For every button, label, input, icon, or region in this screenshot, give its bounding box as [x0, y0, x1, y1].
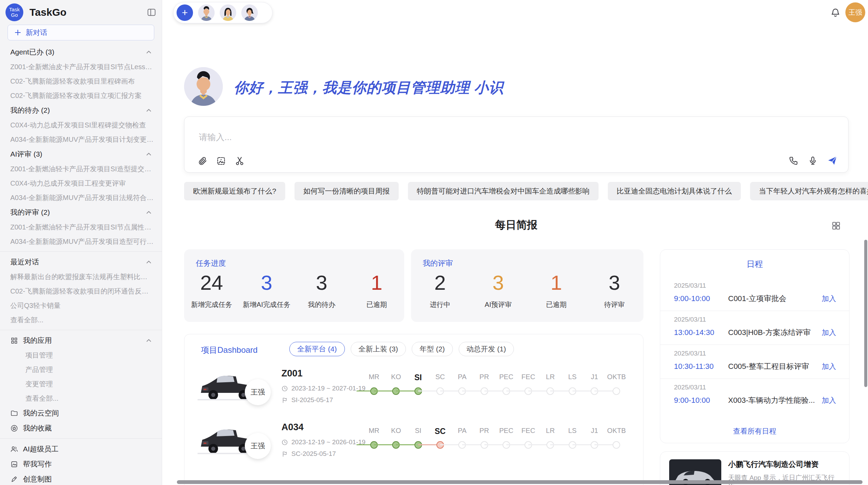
- sidebar-app-item[interactable]: 产品管理: [0, 362, 162, 377]
- milestone-label: KO: [391, 427, 401, 435]
- schedule-meeting-title: X003-车辆动力学性能验...: [728, 395, 822, 406]
- new-chat-label: 新对话: [26, 28, 47, 37]
- sidebar-recent-item[interactable]: 解释最新出台的欧盟报废车法规再生塑料比例被调至15%...: [0, 270, 162, 284]
- chevron-up-icon[interactable]: [145, 48, 153, 56]
- add-contact-button[interactable]: +: [177, 4, 193, 21]
- milestone-label: PA: [458, 373, 467, 381]
- milestone-label: LS: [568, 427, 576, 435]
- schedule-row: 10:30-11:30C005-整车工程目标评审加入: [674, 361, 836, 372]
- apps-grid-icon: [10, 337, 18, 345]
- image-icon[interactable]: [216, 156, 226, 166]
- project-owner-badge: 王强: [245, 433, 271, 459]
- avatar-contact-2[interactable]: [220, 4, 236, 21]
- milestone-dot[interactable]: [613, 441, 620, 449]
- schedule-time: 9:00-10:00: [674, 294, 728, 303]
- sidebar-item-tool-1[interactable]: 帮我写作: [0, 457, 162, 472]
- chevron-up-icon[interactable]: [145, 107, 153, 114]
- sidebar-task-item[interactable]: Z001-全新燃油皮卡产品开发项目SI节点Lesson Learn报告: [0, 60, 162, 74]
- phone-icon[interactable]: [788, 155, 799, 166]
- dashboard-tab-1[interactable]: 全新上装 (3): [351, 342, 406, 356]
- sidebar-section-0[interactable]: Agent已办 (3): [0, 45, 162, 60]
- sidebar-task-item[interactable]: A034-全新新能源MUV产品开发项目计划变更表编写: [0, 132, 162, 147]
- schedule-time: 9:00-10:00: [674, 396, 728, 405]
- sidebar-section-3[interactable]: 我的评审 (2): [0, 205, 162, 220]
- join-link[interactable]: 加入: [822, 294, 836, 303]
- milestone-dot[interactable]: [613, 387, 620, 395]
- stat-value: 24: [200, 272, 223, 294]
- project-milestones: MRKOSISCPAPRPECFECLRLSJ1OKTB: [363, 421, 637, 472]
- sidebar-app-item[interactable]: 变更管理: [0, 377, 162, 391]
- sidebar-section-2[interactable]: AI评审 (3): [0, 147, 162, 162]
- sidebar-task-item[interactable]: A034-全新新能源MUV产品开发项目法规符合性评审: [0, 190, 162, 205]
- bell-icon[interactable]: [830, 7, 841, 18]
- sidebar-collapse-icon[interactable]: [147, 8, 156, 17]
- stat-label: 我的待办: [308, 300, 335, 309]
- sidebar-section-recent[interactable]: 最近对话: [0, 254, 162, 270]
- milestone-label: PEC: [499, 427, 513, 435]
- dashboard-tab-2[interactable]: 年型 (2): [412, 342, 453, 356]
- sidebar-item-tool-2[interactable]: 创意制图: [0, 472, 162, 485]
- user-avatar[interactable]: 王强: [845, 2, 865, 22]
- clock-icon: [281, 439, 288, 446]
- sidebar-section-1[interactable]: 我的待办 (2): [0, 103, 162, 118]
- schedule-title: 日程: [660, 259, 849, 270]
- chevron-up-icon[interactable]: [145, 258, 153, 266]
- sidebar-task-item[interactable]: C02-飞腾新能源轻客改款项目里程碑画布: [0, 74, 162, 88]
- star-badge-icon: [10, 424, 18, 432]
- sidebar-recent-item[interactable]: 公司Q3轻卡销量: [0, 298, 162, 313]
- milestone-label: LR: [546, 373, 555, 381]
- view-all-schedule-link[interactable]: 查看所有日程: [660, 426, 849, 436]
- join-link[interactable]: 加入: [822, 396, 836, 405]
- dashboard-tab-0[interactable]: 全新平台 (4): [289, 342, 345, 356]
- sidebar-app-item[interactable]: 查看全部...: [0, 391, 162, 406]
- vertical-scrollbar[interactable]: [864, 240, 867, 387]
- project-dashboard-card: 项目Dashboard 全新平台 (4)全新上装 (3)年型 (2)动总开发 (…: [184, 334, 643, 485]
- dashboard-tab-3[interactable]: 动总开发 (1): [459, 342, 514, 356]
- project-row[interactable]: 王强A0342023-12-19 ~ 2026-01-19SC-2025-05-…: [184, 421, 643, 473]
- sidebar-section-2-label: AI评审 (3): [10, 149, 145, 159]
- schedule-card: 日程 2025/03/119:00-10:00C001-立项审批会加入2025/…: [660, 249, 849, 443]
- sidebar-recent-item[interactable]: C02-飞腾新能源轻客改款项目的闭环通告反馈情况: [0, 284, 162, 298]
- new-chat-button[interactable]: 新对话: [8, 25, 154, 40]
- sidebar-task-item[interactable]: A034-全新新能源MUV产品开发项目造型可行性评审: [0, 234, 162, 249]
- link-label: 我的收藏: [23, 423, 153, 433]
- sidebar-task-item[interactable]: Z001-全新燃油轻卡产品开发项目SI造型提交物评审: [0, 162, 162, 176]
- paperclip-icon[interactable]: [197, 156, 208, 166]
- sidebar-recent-item[interactable]: 查看全部...: [0, 313, 162, 327]
- chevron-up-icon[interactable]: [145, 337, 153, 344]
- grid-icon[interactable]: [831, 221, 841, 231]
- app-logo[interactable]: Task Go: [5, 3, 23, 21]
- sidebar-item-tool-0[interactable]: AI超级员工: [0, 442, 162, 457]
- suggestion-chip[interactable]: 比亚迪全固态电池计划具体说了什么: [608, 182, 741, 200]
- horizontal-scrollbar[interactable]: [177, 480, 863, 484]
- sidebar-item-link-0[interactable]: 我的云空间: [0, 406, 162, 421]
- suggestion-chip[interactable]: 如何写一份清晰的项目周报: [294, 182, 399, 200]
- suggestion-chip[interactable]: 欧洲新规最近颁布了什么?: [184, 182, 285, 200]
- send-icon[interactable]: [827, 155, 838, 166]
- chevron-up-icon[interactable]: [145, 209, 153, 216]
- sidebar-task-item[interactable]: C02-飞腾新能源轻客改款项目立项汇报方案: [0, 88, 162, 103]
- sidebar-task-item[interactable]: Z001-全新燃油轻卡产品开发项目SI节点属性5D文件评审: [0, 220, 162, 234]
- stat-label: 新增AI完成任务: [243, 300, 290, 309]
- stat-value: 1: [371, 272, 382, 294]
- project-milestones: MRKOSISCPAPRPECFECLRLSJ1OKTB: [363, 367, 637, 418]
- sidebar-task-item[interactable]: C0X4-动力总成开发项目SI里程碑提交物检查: [0, 118, 162, 132]
- sidebar-task-item[interactable]: C0X4-动力总成开发项目工程变更评审: [0, 176, 162, 190]
- join-link[interactable]: 加入: [822, 328, 836, 337]
- suggestion-chip[interactable]: 特朗普可能对进口汽车增税会对中国车企造成哪些影响: [408, 182, 599, 200]
- suggestion-chip[interactable]: 当下年轻人对汽车外观有怎样的喜好趋势: [750, 182, 868, 200]
- sidebar-app-item[interactable]: 项目管理: [0, 348, 162, 362]
- scissors-icon[interactable]: [234, 156, 245, 166]
- chat-input[interactable]: [198, 132, 679, 142]
- chevron-up-icon[interactable]: [145, 150, 153, 158]
- mic-icon[interactable]: [808, 155, 818, 166]
- project-dates-text: 2023-12-19 ~ 2027-01-19: [291, 385, 365, 392]
- join-link[interactable]: 加入: [822, 362, 836, 371]
- avatar-contact-1[interactable]: [198, 4, 215, 21]
- avatar-contact-3[interactable]: [241, 4, 258, 21]
- stat-columns: 24新增完成任务3新增AI完成任务3我的待办1已逾期: [184, 272, 404, 322]
- milestone-label: FEC: [521, 373, 535, 381]
- sidebar-item-link-1[interactable]: 我的收藏: [0, 421, 162, 436]
- sidebar-item-my-apps[interactable]: 我的应用: [0, 333, 162, 348]
- project-row[interactable]: 王强Z0012023-12-19 ~ 2027-01-19SI-2025-05-…: [184, 367, 643, 419]
